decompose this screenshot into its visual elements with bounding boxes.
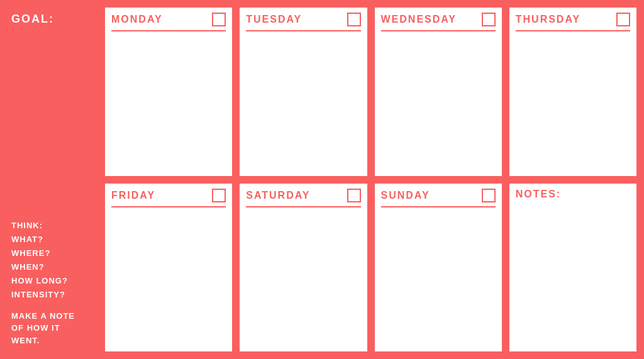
day-checkbox-sunday[interactable] xyxy=(482,189,496,202)
day-label-wednesday: WEDNESDAY xyxy=(381,14,457,25)
day-divider-tuesday xyxy=(246,30,360,31)
day-header-monday: MONDAY xyxy=(111,13,226,26)
day-divider-saturday xyxy=(246,206,360,207)
day-header-tuesday: TUESDAY xyxy=(246,13,360,26)
day-divider-monday xyxy=(111,30,226,31)
day-label-tuesday: TUESDAY xyxy=(246,14,302,25)
day-label-saturday: SATURDAY xyxy=(246,190,310,201)
day-content-thursday xyxy=(516,35,630,171)
day-divider-sunday xyxy=(381,206,496,207)
day-card-friday: FRIDAY xyxy=(104,182,233,353)
day-label-thursday: THURSDAY xyxy=(516,14,580,25)
day-content-tuesday xyxy=(246,35,360,171)
day-label-sunday: SUNDAY xyxy=(381,190,430,201)
sidebar: GOAL: THINK:WHAT?WHERE?WHEN?HOW LONG?INT… xyxy=(6,6,104,353)
day-divider-friday xyxy=(111,206,226,207)
day-content-sunday xyxy=(381,211,496,347)
sidebar-think-section: THINK:WHAT?WHERE?WHEN?HOW LONG?INTENSITY… xyxy=(11,219,99,346)
weekly-planner: GOAL: THINK:WHAT?WHERE?WHEN?HOW LONG?INT… xyxy=(0,0,644,359)
sidebar-note-label: MAKE A NOTEOF HOW ITWENT. xyxy=(11,310,99,347)
day-checkbox-saturday[interactable] xyxy=(347,189,361,202)
day-checkbox-friday[interactable] xyxy=(212,189,226,202)
day-header-sunday: SUNDAY xyxy=(381,189,496,202)
day-card-thursday: THURSDAY xyxy=(508,6,638,177)
day-card-saturday: SATURDAY xyxy=(238,182,368,353)
day-checkbox-thursday[interactable] xyxy=(616,13,630,26)
notes-card: NOTES: xyxy=(508,182,638,353)
day-divider-thursday xyxy=(516,30,630,31)
days-grid: MONDAYTUESDAYWEDNESDAYTHURSDAYFRIDAYSATU… xyxy=(104,6,638,353)
day-content-saturday xyxy=(246,211,360,347)
sidebar-goal: GOAL: xyxy=(11,13,99,26)
day-label-friday: FRIDAY xyxy=(111,190,155,201)
notes-label: NOTES: xyxy=(516,189,630,200)
day-header-saturday: SATURDAY xyxy=(246,189,360,202)
day-header-thursday: THURSDAY xyxy=(516,13,630,26)
day-card-tuesday: TUESDAY xyxy=(238,6,368,177)
day-card-monday: MONDAY xyxy=(104,6,233,177)
day-checkbox-tuesday[interactable] xyxy=(347,13,361,26)
day-card-wednesday: WEDNESDAY xyxy=(374,6,503,177)
day-content-wednesday xyxy=(381,35,496,171)
day-divider-wednesday xyxy=(381,30,496,31)
day-card-sunday: SUNDAY xyxy=(374,182,503,353)
day-label-monday: MONDAY xyxy=(111,14,163,25)
day-checkbox-monday[interactable] xyxy=(212,13,226,26)
day-checkbox-wednesday[interactable] xyxy=(482,13,496,26)
day-header-friday: FRIDAY xyxy=(111,189,226,202)
sidebar-think-label: THINK:WHAT?WHERE?WHEN?HOW LONG?INTENSITY… xyxy=(11,219,99,302)
day-header-wednesday: WEDNESDAY xyxy=(381,13,496,26)
day-content-friday xyxy=(111,211,226,347)
day-content-monday xyxy=(111,35,226,171)
